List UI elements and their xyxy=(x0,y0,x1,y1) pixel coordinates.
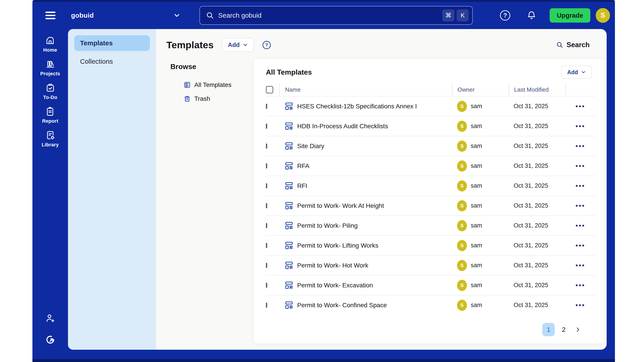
help-icon[interactable]: ? xyxy=(500,10,510,20)
template-icon xyxy=(285,181,294,190)
owner-avatar: S xyxy=(457,220,467,231)
add-button-label: Add xyxy=(567,69,578,75)
window-top-edge xyxy=(32,0,615,2)
row-checkbox[interactable] xyxy=(266,104,267,109)
browse-item-trash[interactable]: Trash xyxy=(183,95,254,103)
row-name-cell[interactable]: Permit to Work- Work At Height xyxy=(279,201,452,210)
sidebar-item-collections[interactable]: Collections xyxy=(74,54,150,69)
page-help-icon[interactable]: ? xyxy=(262,41,271,49)
row-name-cell[interactable]: Permit to Work- Hot Work xyxy=(279,261,452,270)
table-row[interactable]: HDB In-Process Audit Checklists S sam Oc… xyxy=(266,116,596,136)
owner-avatar: S xyxy=(457,101,467,112)
row-menu-button[interactable]: ••• xyxy=(576,122,586,130)
row-checkbox[interactable] xyxy=(266,203,267,208)
table-row[interactable]: RFI S sam Oct 31, 2025 ••• xyxy=(266,176,596,196)
row-checkbox[interactable] xyxy=(266,143,267,149)
row-checkbox[interactable] xyxy=(266,303,267,308)
browse-title: Browse xyxy=(170,62,254,71)
search-icon xyxy=(556,41,564,49)
row-name-cell[interactable]: Permit to Work- Piling xyxy=(279,221,452,230)
column-header-owner[interactable]: Owner xyxy=(452,83,509,96)
table-body: HSES Checklist-12b Specifications Annex … xyxy=(266,96,596,315)
sidebar-item-home[interactable]: Home xyxy=(43,35,57,53)
table-row[interactable]: Permit to Work- Excavation S sam Oct 31,… xyxy=(266,275,596,295)
column-header-name[interactable]: Name xyxy=(279,83,452,96)
workspace-selector[interactable]: gobuid xyxy=(71,12,181,19)
row-menu-button[interactable]: ••• xyxy=(576,302,586,309)
template-name: Permit to Work- Confined Space xyxy=(297,302,387,309)
row-checkbox[interactable] xyxy=(266,283,267,288)
row-last-modified: Oct 31, 2025 xyxy=(509,123,565,130)
owner-name: sam xyxy=(471,182,482,189)
row-checkbox[interactable] xyxy=(266,223,267,228)
sidebar-item-label: Collections xyxy=(80,58,113,65)
next-page-button[interactable] xyxy=(573,323,583,336)
row-menu-button[interactable]: ••• xyxy=(576,262,586,269)
select-all-checkbox[interactable] xyxy=(266,86,273,93)
invite-user-button[interactable] xyxy=(45,313,56,323)
row-name-cell[interactable]: Site Diary xyxy=(279,142,452,150)
table-row[interactable]: Permit to Work- Lifting Works S sam Oct … xyxy=(266,235,596,255)
global-search[interactable]: ⌘ K xyxy=(200,6,473,25)
table-row[interactable]: Permit to Work- Work At Height S sam Oct… xyxy=(266,196,596,215)
search-button-label: Search xyxy=(567,41,590,49)
template-name: RFA xyxy=(297,162,309,170)
search-icon xyxy=(206,11,214,20)
table-row[interactable]: HSES Checklist-12b Specifications Annex … xyxy=(266,96,596,116)
row-checkbox[interactable] xyxy=(266,263,267,268)
sidebar-item-report[interactable]: Report xyxy=(42,106,58,124)
row-checkbox[interactable] xyxy=(266,183,267,188)
sidebar-item-projects[interactable]: Projects xyxy=(40,59,60,77)
row-name-cell[interactable]: HSES Checklist-12b Specifications Annex … xyxy=(279,102,452,111)
menu-icon[interactable] xyxy=(46,12,56,19)
table-row[interactable]: Permit to Work- Confined Space S sam Oct… xyxy=(266,295,596,315)
row-name-cell[interactable]: Permit to Work- Confined Space xyxy=(279,301,452,310)
table-row[interactable]: Site Diary S sam Oct 31, 2025 ••• xyxy=(266,136,596,156)
row-menu-button[interactable]: ••• xyxy=(576,182,586,189)
owner-name: sam xyxy=(471,103,482,110)
row-name-cell[interactable]: RFA xyxy=(279,162,452,170)
page-button-2[interactable]: 2 xyxy=(558,323,570,336)
column-header-last-modified[interactable]: Last Modified xyxy=(509,83,565,96)
sidebar-item-library[interactable]: Library xyxy=(42,130,59,148)
table-header-row: Name Owner Last Modified xyxy=(266,83,596,96)
row-menu-button[interactable]: ••• xyxy=(576,103,586,110)
template-icon xyxy=(285,122,294,130)
user-avatar[interactable]: S xyxy=(596,8,610,23)
row-select-cell xyxy=(266,124,279,128)
table-row[interactable]: Permit to Work- Hot Work S sam Oct 31, 2… xyxy=(266,255,596,275)
search-button[interactable]: Search xyxy=(556,41,590,49)
row-menu-button[interactable]: ••• xyxy=(576,282,586,289)
row-menu-button[interactable]: ••• xyxy=(576,202,586,209)
card-add-button[interactable]: Add xyxy=(561,66,592,79)
upgrade-button[interactable]: Upgrade xyxy=(550,8,590,22)
owner-avatar: S xyxy=(457,180,467,192)
table-row[interactable]: RFA S sam Oct 31, 2025 ••• xyxy=(266,156,596,176)
row-checkbox[interactable] xyxy=(266,243,267,248)
row-name-cell[interactable]: Permit to Work- Lifting Works xyxy=(279,241,452,250)
row-checkbox[interactable] xyxy=(266,163,267,168)
table-row[interactable]: Permit to Work- Piling S sam Oct 31, 202… xyxy=(266,215,596,235)
row-menu-button[interactable]: ••• xyxy=(576,222,586,229)
row-menu-button[interactable]: ••• xyxy=(576,242,586,249)
row-checkbox[interactable] xyxy=(266,124,267,129)
browse-item-all-templates[interactable]: All Templates xyxy=(183,81,254,89)
row-menu-button[interactable]: ••• xyxy=(576,162,586,170)
page-button-1[interactable]: 1 xyxy=(542,323,555,336)
notifications-bell-icon[interactable] xyxy=(526,10,537,20)
owner-name: sam xyxy=(471,262,482,269)
row-menu-button[interactable]: ••• xyxy=(576,142,586,150)
sidebar-item-label: To-Do xyxy=(43,94,57,100)
row-name-cell[interactable]: HDB In-Process Audit Checklists xyxy=(279,122,452,130)
row-name-cell[interactable]: Permit to Work- Excavation xyxy=(279,281,452,290)
owner-avatar: S xyxy=(457,240,467,251)
gobuid-logo-button[interactable] xyxy=(45,334,56,345)
search-input[interactable] xyxy=(218,6,440,24)
home-icon xyxy=(45,35,55,45)
add-template-button[interactable]: Add xyxy=(222,38,254,52)
template-name: Permit to Work- Piling xyxy=(297,222,358,229)
sidebar-item-templates[interactable]: Templates xyxy=(74,35,150,51)
sidebar-item-todo[interactable]: To-Do xyxy=(43,83,57,100)
row-name-cell[interactable]: RFI xyxy=(279,181,452,190)
template-name: Permit to Work- Lifting Works xyxy=(297,242,378,249)
